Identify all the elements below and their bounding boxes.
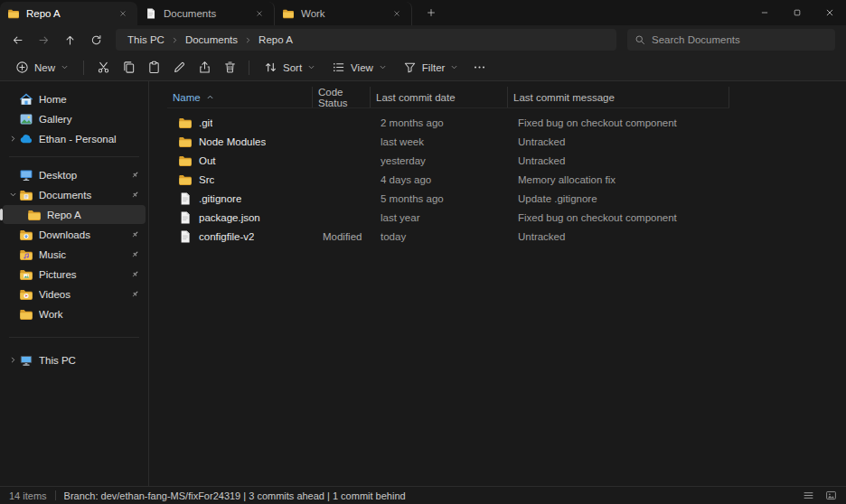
sidebar-item-repo-a[interactable]: Repo A [3, 205, 146, 224]
sidebar-item-downloads[interactable]: Downloads [3, 225, 146, 244]
file-name-cell: package.json [167, 210, 312, 225]
last-commit-date: 5 months ago [370, 193, 507, 204]
last-commit-date: today [370, 231, 507, 242]
file-row-node-modules[interactable]: Node Moduleslast weekUntracked [167, 132, 846, 151]
tab-label: Work [301, 8, 383, 19]
sort-icon [264, 61, 277, 74]
tab-work[interactable]: Work [275, 2, 412, 25]
view-button[interactable]: View [324, 57, 395, 79]
sidebar-item-videos[interactable]: Videos [3, 285, 146, 303]
pin-icon [130, 229, 140, 239]
tab-close-button[interactable] [252, 6, 267, 21]
search-icon [634, 34, 645, 45]
close-button[interactable] [813, 0, 846, 25]
view-button-label: View [351, 62, 373, 73]
chevron-right-icon [244, 36, 252, 44]
folder-downloads-icon [19, 228, 33, 242]
sidebar-item-gallery[interactable]: Gallery [3, 109, 146, 128]
file-name: Node Modules [199, 136, 266, 147]
column-header-last-commit-date[interactable]: Last commit date [370, 87, 507, 107]
sidebar-item-this-pc[interactable]: This PC [3, 350, 146, 369]
rename-button[interactable] [166, 57, 192, 79]
pin-icon [130, 249, 140, 259]
file-row-package-json[interactable]: package.jsonlast yearFixed bug on checko… [167, 208, 846, 227]
status-bar: 14 items Branch: dev/ethan-fang-MS/fixFo… [0, 486, 846, 504]
file-icon [178, 191, 193, 206]
back-button[interactable] [5, 28, 30, 51]
sidebar-item-documents[interactable]: Documents [3, 185, 146, 204]
file-row-gitignore[interactable]: .gitignore5 months agoUpdate .gitignore [167, 189, 846, 208]
details-view-icon[interactable] [803, 490, 814, 501]
maximize-button[interactable] [781, 0, 813, 25]
minimize-button[interactable] [748, 0, 781, 25]
filter-icon [403, 61, 417, 74]
sidebar-item-label: Home [39, 94, 130, 105]
file-row-configfile-v2[interactable]: configfile-v2ModifiedtodayUntracked [167, 227, 846, 246]
tab-bar: Repo ADocumentsWork [0, 0, 846, 25]
column-header-last-commit-message[interactable]: Last commit message [507, 87, 729, 107]
sort-button[interactable]: Sort [256, 57, 324, 79]
folder-icon [178, 116, 193, 130]
share-icon [198, 61, 212, 74]
new-tab-button[interactable] [419, 2, 443, 23]
new-button[interactable]: New [7, 57, 77, 79]
file-row-out[interactable]: OutyesterdayUntracked [167, 151, 846, 170]
share-button[interactable] [192, 57, 217, 79]
chevron-down-icon [61, 63, 69, 71]
tab-close-button[interactable] [116, 6, 130, 21]
thumbnails-view-icon[interactable] [825, 490, 837, 501]
pin-icon [130, 190, 140, 200]
forward-button[interactable] [32, 28, 56, 51]
folder-icon [282, 7, 295, 20]
chevron-spacer [6, 268, 19, 281]
breadcrumb-item-documents[interactable]: Documents [181, 34, 242, 45]
paste-button[interactable] [141, 57, 166, 79]
breadcrumb-item-this-pc[interactable]: This PC [123, 34, 169, 45]
items-count: 14 items [9, 490, 47, 501]
new-icon [15, 61, 29, 74]
home-icon [19, 92, 33, 107]
search-box[interactable] [627, 29, 835, 51]
more-options-button[interactable] [466, 57, 492, 79]
last-commit-message: Fixed bug on checkout component [507, 117, 729, 128]
sidebar-item-pictures[interactable]: Pictures [3, 265, 146, 284]
column-header-name[interactable]: Name [167, 87, 312, 107]
sidebar-item-work[interactable]: Work [3, 304, 146, 323]
tab-close-button[interactable] [390, 6, 404, 21]
sidebar-item-ethan-personal[interactable]: Ethan - Personal [3, 129, 146, 148]
paste-icon [147, 61, 161, 74]
breadcrumb-item-repo-a[interactable]: Repo A [254, 34, 297, 45]
onedrive-icon [19, 132, 33, 146]
tab-repo-a[interactable]: Repo A [0, 2, 137, 25]
toolbar-divider [83, 61, 84, 75]
refresh-button[interactable] [84, 28, 108, 51]
last-commit-message: Memory allocation fix [507, 174, 729, 185]
sidebar-item-desktop[interactable]: Desktop [3, 165, 146, 184]
file-row-git[interactable]: .git2 months agoFixed bug on checkout co… [167, 113, 846, 132]
file-row-src[interactable]: Src4 days agoMemory allocation fix [167, 170, 846, 189]
last-commit-message: Fixed bug on checkout component [507, 212, 729, 223]
chevron-spacer [6, 308, 19, 321]
sidebar-item-music[interactable]: Music [3, 245, 146, 264]
sidebar-item-label: Work [39, 309, 130, 320]
column-header-code-status[interactable]: Code Status [312, 87, 370, 107]
delete-button[interactable] [217, 57, 242, 79]
chevron-right-icon[interactable] [6, 133, 19, 145]
search-input[interactable] [652, 34, 828, 45]
up-button[interactable] [58, 28, 82, 51]
close-icon [825, 8, 834, 17]
cut-button[interactable] [90, 57, 116, 79]
tab-documents[interactable]: Documents [137, 2, 275, 25]
chevron-right-icon[interactable] [6, 354, 19, 367]
up-icon [64, 34, 76, 46]
rename-icon [173, 61, 186, 74]
sidebar-item-home[interactable]: Home [3, 89, 146, 108]
chevron-down-icon[interactable] [6, 189, 19, 201]
main-area: HomeGalleryEthan - PersonalDesktopDocume… [0, 81, 846, 486]
delete-icon [223, 61, 237, 74]
filter-button[interactable]: Filter [395, 57, 467, 79]
desktop-icon [19, 168, 33, 182]
column-header-name-label: Name [173, 92, 201, 103]
copy-button[interactable] [116, 57, 141, 79]
file-list-pane: Name Code Status Last commit date Last c… [149, 81, 846, 486]
